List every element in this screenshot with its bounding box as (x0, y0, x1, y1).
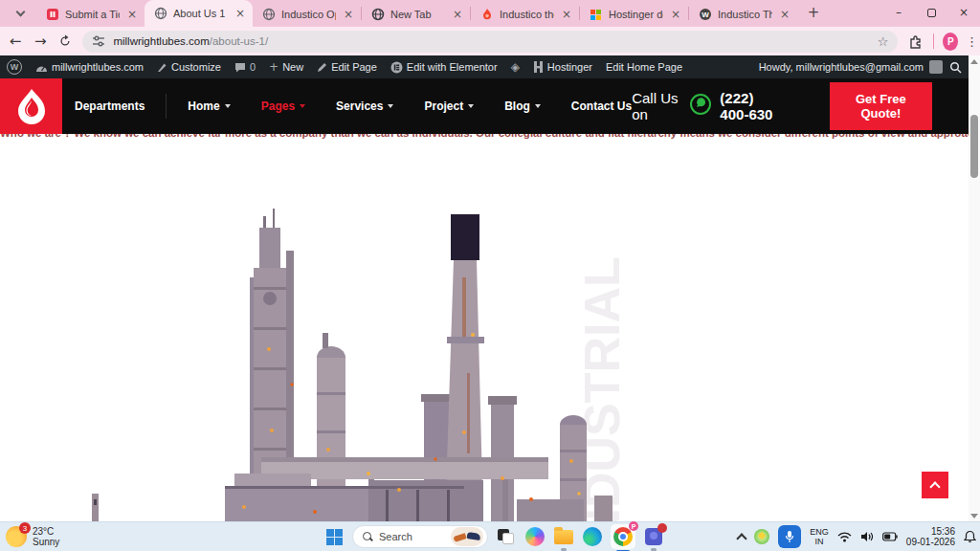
whatsapp-icon (689, 93, 712, 120)
battery-icon[interactable] (882, 532, 898, 541)
profile-avatar[interactable]: P (943, 33, 958, 51)
admin-site-name[interactable]: millwrightlubes.com (29, 55, 150, 78)
close-window-button[interactable]: × (947, 0, 980, 25)
admin-comments[interactable]: 0 (228, 55, 262, 78)
wordpress-icon: W (698, 8, 712, 22)
chevron-down-icon (300, 104, 305, 108)
extensions-icon[interactable] (905, 30, 924, 53)
taskbar-search[interactable]: Search (352, 525, 488, 548)
language-indicator[interactable]: ENG IN (810, 527, 829, 546)
admin-edit-home-page[interactable]: Edit Home Page (599, 55, 689, 78)
admin-bar-right: Howdy, millwrightlubes@gmail.com (759, 55, 969, 78)
close-icon[interactable]: × (560, 8, 573, 21)
browser-tab-theme-plugin[interactable]: W Industico Theme Plu × (689, 2, 797, 27)
admin-new[interactable]: + New (262, 55, 310, 78)
get-free-quote-button[interactable]: Get Free Quote! (830, 82, 932, 130)
tray-date: 09-01-2026 (906, 537, 955, 547)
browser-tab-ticket[interactable]: Submit a Ticket - #19 × (36, 2, 145, 27)
nav-divider (166, 94, 167, 119)
browser-tab-hostinger[interactable]: Hostinger details × (580, 2, 688, 27)
wp-logo-menu[interactable]: W (0, 55, 29, 78)
tray-chevron-up-icon[interactable] (737, 533, 747, 543)
scrollbar-thumb[interactable] (970, 115, 978, 178)
site-info-icon[interactable] (92, 34, 105, 48)
nav-home[interactable]: Home (188, 99, 230, 113)
close-icon[interactable]: × (778, 8, 791, 21)
weather-badge: 3 (19, 522, 31, 534)
microsoft-icon (589, 8, 603, 22)
tab-title: Industico theme doc (500, 9, 554, 20)
teams-notification-badge (657, 523, 667, 533)
comment-bubble-icon (234, 62, 246, 73)
nav-blog[interactable]: Blog (504, 99, 541, 113)
volume-icon[interactable] (860, 531, 874, 542)
comments-count: 0 (250, 61, 256, 73)
close-icon[interactable]: × (234, 7, 247, 20)
nav-pages[interactable]: Pages (261, 99, 305, 113)
admin-search[interactable] (943, 55, 969, 78)
copilot-button[interactable] (524, 526, 546, 547)
antivirus-tray-icon[interactable] (754, 529, 769, 544)
nav-departments[interactable]: Departments (75, 99, 145, 113)
nav-services[interactable]: Services (336, 99, 393, 113)
wifi-icon[interactable] (837, 531, 852, 542)
tab-search-button[interactable] (8, 4, 33, 23)
teams-button[interactable] (643, 526, 664, 547)
browser-menu-icon[interactable]: ⋮ (964, 32, 980, 51)
admin-edit-elementor[interactable]: Edit with Elementor (384, 55, 504, 78)
reload-icon (58, 34, 72, 48)
task-view-button[interactable] (496, 526, 517, 547)
search-label: Search (379, 531, 444, 542)
weather-widget[interactable]: 3 23°C Sunny (6, 526, 59, 547)
nav-label: Pages (261, 99, 295, 113)
chevron-down-icon (468, 104, 474, 108)
bookmark-star-icon[interactable]: ☆ (878, 34, 889, 49)
edge-button[interactable] (582, 526, 603, 547)
notification-bell-icon[interactable] (964, 530, 976, 543)
nav-contact-us[interactable]: Contact Us (571, 99, 632, 113)
close-icon[interactable]: × (125, 8, 139, 21)
page-scrollbar[interactable] (969, 55, 980, 521)
start-button[interactable] (323, 526, 345, 547)
address-bar[interactable]: millwrightlubes.com/about-us-1/ ☆ (82, 31, 898, 53)
globe-icon (153, 7, 167, 21)
wp-admin-bar: W millwrightlubes.com Customize 0 + New … (0, 55, 969, 78)
clock-widget[interactable]: 15:36 09-01-2026 (906, 526, 955, 547)
close-icon[interactable]: × (342, 8, 355, 21)
site-logo[interactable] (0, 78, 62, 134)
close-icon[interactable]: × (669, 8, 682, 21)
lang-line1: ENG (810, 527, 829, 537)
close-icon[interactable]: × (451, 8, 464, 21)
maximize-button[interactable] (915, 0, 947, 25)
nav-project[interactable]: Project (424, 99, 474, 113)
reload-button[interactable] (56, 30, 75, 53)
admin-diamond[interactable]: ◈ (504, 55, 526, 78)
folder-icon (554, 530, 573, 544)
edge-icon (583, 527, 602, 546)
browser-tab-industico-options[interactable]: Industico Options ‹ n × (253, 2, 361, 27)
minimize-button[interactable]: – (882, 0, 915, 25)
scrollbar-down-arrow[interactable] (969, 510, 980, 521)
nav-label: Home (188, 99, 219, 113)
tab-title: Submit a Ticket - #19 (65, 9, 120, 20)
window-controls: – × (882, 0, 980, 25)
nav-label: Blog (504, 99, 530, 113)
file-explorer-button[interactable] (553, 526, 574, 547)
microphone-button[interactable] (778, 525, 801, 548)
phone-number[interactable]: (222) 400-630 (720, 90, 785, 122)
scroll-to-top-button[interactable] (922, 472, 948, 498)
browser-tab-theme-doc[interactable]: Industico theme doc × (471, 2, 579, 27)
flame-logo-icon (15, 88, 48, 124)
admin-customize[interactable]: Customize (150, 55, 228, 78)
browser-tab-about-us[interactable]: About Us 1 – millwrig × (145, 0, 253, 27)
chrome-button[interactable]: P (611, 524, 635, 549)
back-button[interactable]: ← (6, 30, 25, 53)
search-highlight-image (451, 527, 483, 546)
admin-edit-page[interactable]: Edit Page (310, 55, 384, 78)
new-tab-button[interactable]: + (803, 2, 824, 23)
scrollbar-up-arrow[interactable] (969, 55, 980, 67)
forward-button[interactable]: → (31, 30, 50, 53)
admin-hostinger[interactable]: Hostinger (526, 55, 599, 78)
howdy-account[interactable]: Howdy, millwrightlubes@gmail.com (759, 61, 924, 73)
browser-tab-new-tab[interactable]: New Tab × (362, 2, 470, 27)
